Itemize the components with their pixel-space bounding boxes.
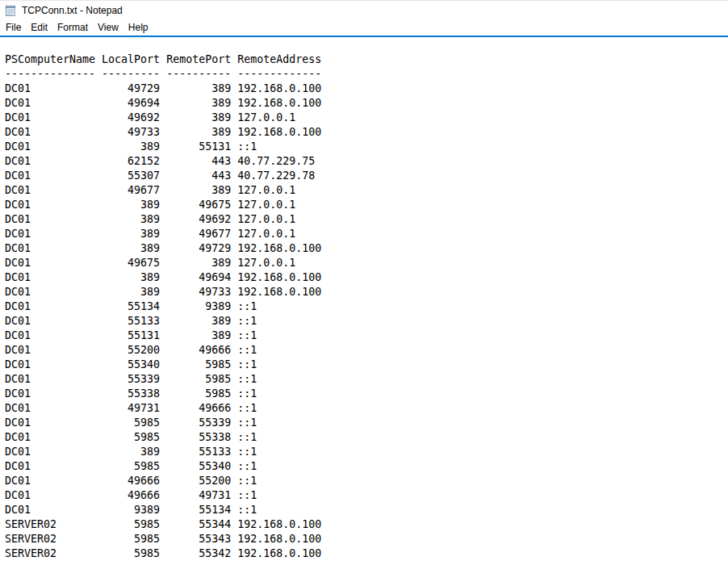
- title-bar[interactable]: TCPConn.txt - Notepad: [0, 1, 728, 19]
- menu-item-edit[interactable]: Edit: [26, 20, 52, 35]
- menu-bar: File Edit Format View Help: [0, 19, 728, 36]
- menu-item-help[interactable]: Help: [123, 20, 153, 35]
- notepad-icon: [4, 4, 17, 17]
- window-title: TCPConn.txt - Notepad: [22, 5, 123, 16]
- text-editor[interactable]: PSComputerName LocalPort RemotePort Remo…: [0, 37, 728, 561]
- menu-item-file[interactable]: File: [1, 20, 26, 35]
- menu-item-format[interactable]: Format: [52, 20, 93, 35]
- notepad-window: TCPConn.txt - Notepad File Edit Format V…: [0, 0, 728, 561]
- menu-item-view[interactable]: View: [93, 20, 123, 35]
